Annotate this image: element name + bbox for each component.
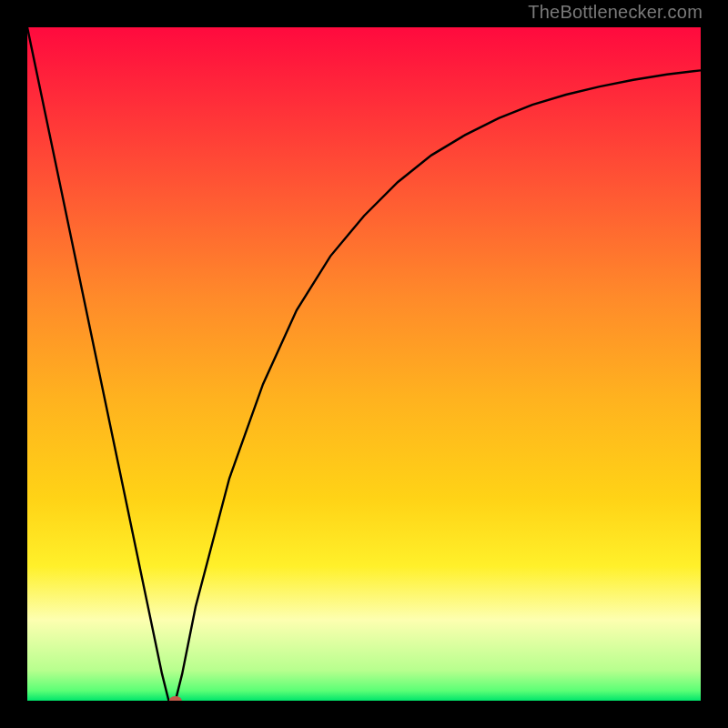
watermark-text: TheBottlenecker.com [528,2,703,23]
bottleneck-chart [27,27,701,701]
plot-background [27,27,701,701]
chart-frame: TheBottlenecker.com [0,0,728,728]
